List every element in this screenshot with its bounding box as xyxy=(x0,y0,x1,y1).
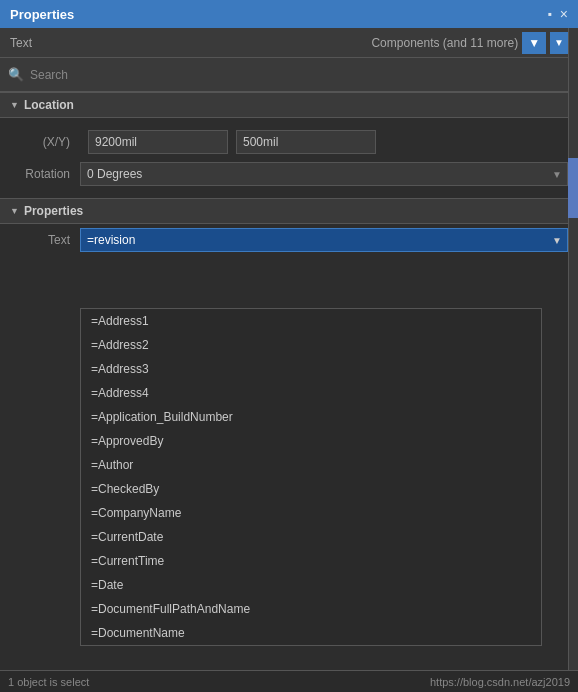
y-input[interactable] xyxy=(236,130,376,154)
title-bar: Properties ▪ × xyxy=(0,0,578,28)
xy-row: (X/Y) xyxy=(0,126,578,158)
type-label: Text xyxy=(10,36,32,50)
close-icon[interactable]: × xyxy=(560,6,568,22)
text-label: Text xyxy=(10,233,80,247)
rotation-row: Rotation 0 Degrees 90 Degrees 180 Degree… xyxy=(0,158,578,190)
status-left: 1 object is select xyxy=(8,676,89,688)
rotation-select-wrap: 0 Degrees 90 Degrees 180 Degrees 270 Deg… xyxy=(80,162,568,186)
search-icon: 🔍 xyxy=(8,67,24,82)
dropdown-item-address1[interactable]: =Address1 xyxy=(81,309,541,333)
dropdown-item-address4[interactable]: =Address4 xyxy=(81,381,541,405)
location-section-header[interactable]: ▼ Location xyxy=(0,92,578,118)
rotation-select[interactable]: 0 Degrees 90 Degrees 180 Degrees 270 Deg… xyxy=(80,162,568,186)
status-bar: 1 object is select https://blog.csdn.net… xyxy=(0,670,578,692)
filter-button[interactable]: ▼ xyxy=(522,32,546,54)
dropdown-item-appbuild[interactable]: =Application_BuildNumber xyxy=(81,405,541,429)
dropdown-arrow-icon: ▼ xyxy=(554,37,564,48)
search-bar: 🔍 xyxy=(0,58,578,92)
components-text: Components (and 11 more) xyxy=(371,36,518,50)
dropdown-item-currentdate[interactable]: =CurrentDate xyxy=(81,525,541,549)
location-form: (X/Y) Rotation 0 Degrees 90 Degrees 180 … xyxy=(0,118,578,198)
title-bar-controls: ▪ × xyxy=(548,6,568,22)
text-select[interactable]: =revision xyxy=(80,228,568,252)
dropdown-item-companyname[interactable]: =CompanyName xyxy=(81,501,541,525)
search-input[interactable] xyxy=(30,68,570,82)
dropdown-item-currenttime[interactable]: =CurrentTime xyxy=(81,549,541,573)
panel-title: Properties xyxy=(10,7,74,22)
header-row: Text Components (and 11 more) ▼ ▼ xyxy=(0,28,578,58)
status-right: https://blog.csdn.net/azj2019 xyxy=(430,676,570,688)
scrollbar-thumb[interactable] xyxy=(568,158,578,218)
text-row: Text =revision ▼ xyxy=(0,224,578,256)
dropdown-item-date[interactable]: =Date xyxy=(81,573,541,597)
dropdown-item-checkedby[interactable]: =CheckedBy xyxy=(81,477,541,501)
header-right: Components (and 11 more) ▼ ▼ xyxy=(371,32,568,54)
dropdown-item-address3[interactable]: =Address3 xyxy=(81,357,541,381)
dropdown-item-docname[interactable]: =DocumentName xyxy=(81,621,541,645)
scrollbar[interactable] xyxy=(568,28,578,692)
pin-icon[interactable]: ▪ xyxy=(548,7,552,21)
props-collapse-icon: ▼ xyxy=(10,206,19,216)
dropdown-item-docfullpath[interactable]: =DocumentFullPathAndName xyxy=(81,597,541,621)
properties-form: Text =revision ▼ xyxy=(0,224,578,256)
xy-label: (X/Y) xyxy=(10,135,80,149)
properties-section-header[interactable]: ▼ Properties xyxy=(0,198,578,224)
filter-dropdown-button[interactable]: ▼ xyxy=(550,32,568,54)
text-dropdown-list: =Address1 =Address2 =Address3 =Address4 … xyxy=(80,308,542,646)
text-select-wrap: =revision ▼ xyxy=(80,228,568,252)
filter-icon: ▼ xyxy=(528,36,540,50)
dropdown-item-address2[interactable]: =Address2 xyxy=(81,333,541,357)
dropdown-item-author[interactable]: =Author xyxy=(81,453,541,477)
dropdown-item-approvedby[interactable]: =ApprovedBy xyxy=(81,429,541,453)
rotation-label: Rotation xyxy=(10,167,80,181)
location-title: Location xyxy=(24,98,74,112)
properties-title: Properties xyxy=(24,204,83,218)
collapse-triangle-icon: ▼ xyxy=(10,100,19,110)
x-input[interactable] xyxy=(88,130,228,154)
